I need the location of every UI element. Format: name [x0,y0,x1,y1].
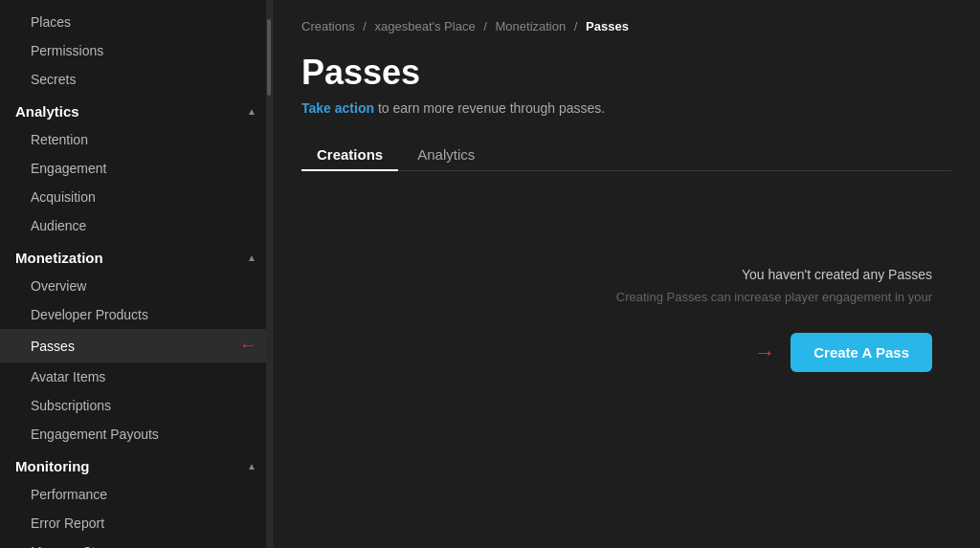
sidebar-item-developer-products[interactable]: Developer Products [0,300,272,329]
scrollbar[interactable] [266,0,272,548]
page-title: Passes [301,53,951,93]
create-pass-button[interactable]: Create A Pass [791,333,932,372]
create-arrow-icon: → [754,340,775,365]
sidebar-item-passes[interactable]: Passes ← [0,329,272,362]
breadcrumb-creations[interactable]: Creations [301,19,355,33]
empty-state-line2: Creating Passes can increase player enga… [301,290,932,304]
sidebar-section-analytics[interactable]: Analytics ▲ [0,94,272,125]
empty-state: You haven't created any Passes Creating … [301,267,951,372]
sidebar-item-avatar-items[interactable]: Avatar Items [0,362,272,391]
take-action-link[interactable]: Take action [301,100,374,116]
tabs-bar: Creations Analytics [301,139,951,171]
sidebar-item-engagement[interactable]: Engagement [0,154,272,183]
breadcrumb-current: Passes [586,19,629,33]
sidebar: Places Permissions Secrets Analytics ▲ R… [0,0,273,548]
sidebar-item-permissions[interactable]: Permissions [0,36,272,65]
sidebar-item-places[interactable]: Places [0,8,272,36]
sidebar-section-monitoring[interactable]: Monitoring ▲ [0,449,272,480]
main-content: Creations / xagesbeat's Place / Monetiza… [273,0,980,548]
page-subtitle: Take action to earn more revenue through… [301,100,951,116]
chevron-up-icon: ▲ [247,106,256,117]
sidebar-item-secrets[interactable]: Secrets [0,65,272,94]
chevron-up-icon: ▲ [247,252,256,263]
sidebar-item-performance[interactable]: Performance [0,480,272,509]
sidebar-item-subscriptions[interactable]: Subscriptions [0,391,272,420]
sidebar-item-overview[interactable]: Overview [0,272,272,300]
sidebar-item-error-report[interactable]: Error Report [0,509,272,537]
sidebar-item-memory-stores[interactable]: Memory Stores [0,537,272,548]
tab-creations[interactable]: Creations [301,139,398,170]
breadcrumb-place[interactable]: xagesbeat's Place [375,19,476,33]
sidebar-item-retention[interactable]: Retention [0,125,272,154]
tab-analytics[interactable]: Analytics [402,139,490,170]
breadcrumb: Creations / xagesbeat's Place / Monetiza… [301,19,951,33]
chevron-up-icon: ▲ [247,461,256,471]
create-button-row: → Create A Pass [301,333,932,372]
empty-state-line1: You haven't created any Passes [301,267,932,282]
passes-arrow-icon: ← [239,336,256,356]
sidebar-item-engagement-payouts[interactable]: Engagement Payouts [0,420,272,449]
sidebar-section-monetization[interactable]: Monetization ▲ [0,240,272,272]
sidebar-item-acquisition[interactable]: Acquisition [0,183,272,211]
sidebar-item-audience[interactable]: Audience [0,211,272,240]
breadcrumb-monetization[interactable]: Monetization [496,19,567,33]
